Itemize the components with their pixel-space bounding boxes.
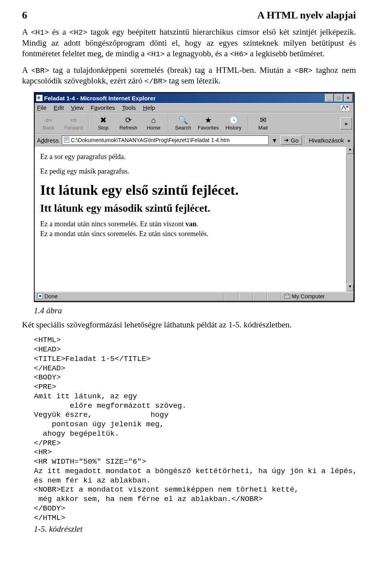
refresh-button[interactable]: ⟳ Refresh <box>116 114 141 133</box>
status-spacer <box>239 292 253 301</box>
page-number: 6 <box>22 9 27 21</box>
go-icon: ➜ <box>284 137 289 144</box>
content-line-1: Ez a mondat után nincs soremelés. Ez utá… <box>40 220 348 228</box>
favorites-icon: ★ <box>205 116 212 124</box>
menu-view[interactable]: View <box>71 104 83 111</box>
home-icon: ⌂ <box>151 116 156 124</box>
content-h1: Itt látunk egy első szintű fejlécet. <box>40 182 348 198</box>
forward-button[interactable]: ⇨ Forward <box>61 114 86 133</box>
vertical-scrollbar[interactable]: ▲ ▼ <box>346 146 354 291</box>
toolbar-separator <box>248 115 248 131</box>
links-button[interactable]: Hivatkozások » <box>307 136 352 144</box>
back-arrow-icon: ⇦ <box>45 116 52 124</box>
menu-favorites[interactable]: Favorites <box>91 104 115 111</box>
status-bar: Done My Computer <box>35 291 354 301</box>
mail-button[interactable]: ✉ Mail <box>251 114 275 133</box>
browser-viewport: Ez a sor egy paragrafus példa. Ez pedig … <box>35 146 354 291</box>
address-dropdown-button[interactable]: ▼ <box>271 137 278 144</box>
address-value: C:\Dokumentumok\TANANYAG\IntProg\Fejezet… <box>71 137 230 143</box>
ie-icon <box>36 95 43 101</box>
maximize-button[interactable]: □ <box>334 94 343 102</box>
window-title-text: Feladat 1-4 - Microsoft Internet Explore… <box>44 95 156 102</box>
close-button[interactable]: × <box>344 94 352 102</box>
browser-window: Feladat 1-4 - Microsoft Internet Explore… <box>34 92 354 302</box>
toolbar: ⇦ Back ⇨ Forward ✖ Stop ⟳ Refresh ⌂ Home <box>35 113 354 134</box>
mail-icon: ✉ <box>260 116 267 124</box>
menu-file[interactable]: FFileile <box>37 104 46 111</box>
paragraph-1: A <H1> és a <H2> tagok egy beépített hat… <box>22 27 356 59</box>
content-p2: Ez pedig egy másik paragrafus. <box>40 167 348 176</box>
refresh-icon: ⟳ <box>125 116 132 124</box>
minimize-button[interactable]: _ <box>325 94 334 102</box>
toolbar-separator <box>88 115 89 131</box>
svg-point-7 <box>39 295 41 297</box>
status-spacer <box>267 292 281 301</box>
back-button[interactable]: ⇦ Back <box>36 114 61 133</box>
address-separator <box>304 136 305 144</box>
status-spacer <box>253 292 267 301</box>
paragraph-2: A <BR> tag a tulajdonképpeni soremelés (… <box>22 65 356 87</box>
svg-point-1 <box>346 105 348 108</box>
zone-icon <box>284 293 290 300</box>
page-icon <box>64 137 69 144</box>
address-input[interactable]: C:\Dokumentumok\TANANYAG\IntProg\Fejezet… <box>62 135 269 145</box>
scroll-down-button[interactable]: ▼ <box>346 284 354 291</box>
figure-caption: 1.4 ábra <box>34 306 356 316</box>
menu-edit[interactable]: Edit <box>54 104 64 111</box>
menu-help[interactable]: Help <box>143 104 155 111</box>
scroll-up-button[interactable]: ▲ <box>346 146 354 154</box>
zone-text: My Computer <box>292 293 325 300</box>
stop-icon: ✖ <box>100 116 107 124</box>
address-label: Address <box>36 137 59 144</box>
search-icon: 🔍 <box>178 116 188 124</box>
window-titlebar[interactable]: Feladat 1-4 - Microsoft Internet Explore… <box>35 93 354 103</box>
svg-rect-2 <box>64 137 69 142</box>
history-button[interactable]: 🕓 History <box>221 114 246 133</box>
status-spacer <box>224 292 239 301</box>
toolbar-separator <box>168 115 169 131</box>
ie-logo-icon <box>339 104 351 111</box>
page-status-icon <box>37 293 43 300</box>
toolbar-overflow-button[interactable]: » <box>340 117 352 129</box>
go-button[interactable]: ➜ Go <box>280 135 302 145</box>
menu-tools[interactable]: Tools <box>122 104 136 111</box>
stop-button[interactable]: ✖ Stop <box>91 114 115 133</box>
address-bar: Address C:\Dokumentumok\TANANYAG\IntProg… <box>35 134 354 146</box>
code-listing: <HTML> <HEAD> <TITLE>Feladat 1-5</TITLE>… <box>34 336 356 523</box>
content-line-2: Ez a mondat után sincs soremelés. Ez utá… <box>40 230 348 238</box>
paragraph-3: Két speciális szövegformázási lehetőségr… <box>22 320 356 330</box>
status-text: Done <box>44 293 57 300</box>
favorites-button[interactable]: ★ Favorites <box>196 114 220 133</box>
content-h2: Itt látunk egy második szintű fejlécet. <box>40 202 348 214</box>
code-caption: 1-5. kódrészlet <box>34 524 356 534</box>
page-title: A HTML nyelv alapjai <box>257 9 356 21</box>
home-button[interactable]: ⌂ Home <box>141 114 166 133</box>
forward-arrow-icon: ⇨ <box>70 116 77 124</box>
content-p1: Ez a sor egy paragrafus példa. <box>40 153 348 161</box>
history-icon: 🕓 <box>229 116 239 124</box>
svg-rect-9 <box>286 294 288 295</box>
menu-bar: FFileile Edit View Favorites Tools Help <box>35 103 354 113</box>
search-button[interactable]: 🔍 Search <box>171 114 195 133</box>
